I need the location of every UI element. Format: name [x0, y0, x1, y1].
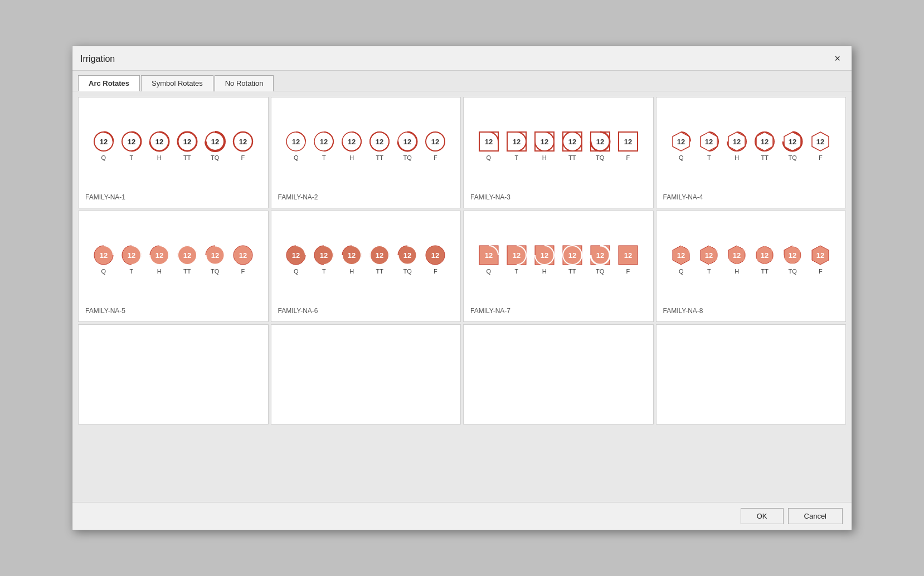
symbol-item: 12 H — [148, 130, 171, 161]
svg-text:12: 12 — [183, 251, 191, 260]
svg-text:12: 12 — [705, 138, 713, 146]
tab-symbol-rotates[interactable]: Symbol Rotates — [141, 75, 213, 91]
svg-text:12: 12 — [100, 251, 108, 260]
svg-text:12: 12 — [403, 138, 411, 146]
cell-family-name: FAMILY-NA-1 — [84, 191, 127, 202]
svg-text:12: 12 — [431, 251, 439, 260]
svg-text:12: 12 — [761, 138, 769, 146]
svg-text:12: 12 — [816, 251, 824, 260]
content-area: 12 Q 12 T 12 H — [72, 91, 852, 502]
svg-text:12: 12 — [541, 138, 548, 146]
symbol-item: 12 Q — [92, 243, 115, 275]
symbol-item: 12 TQ — [203, 243, 227, 275]
symbol-item: 12 F — [616, 243, 640, 275]
svg-text:12: 12 — [100, 138, 108, 146]
symbol-item: 12 H — [725, 130, 748, 161]
symbol-item: 12 TT — [753, 130, 776, 161]
symbol-item: 12 TQ — [396, 130, 419, 161]
symbols-row-5: 12 Q 12 T 12 H 12 TT — [92, 243, 255, 275]
symbol-item: 12 T — [120, 243, 143, 275]
cell-family-name: FAMILY-NA-6 — [277, 305, 319, 316]
svg-text:12: 12 — [677, 138, 685, 146]
symbol-item: 12 TQ — [589, 130, 612, 161]
symbols-row-6: 12 Q 12 T 12 H 12 TT — [284, 243, 447, 275]
symbol-item: 12 H — [148, 243, 171, 275]
symbols-row-1: 12 Q 12 T 12 H — [92, 130, 255, 161]
symbol-item: 12 TT — [753, 243, 776, 275]
symbol-item: 12 TT — [368, 243, 391, 275]
svg-text:12: 12 — [541, 251, 548, 260]
svg-text:12: 12 — [485, 138, 493, 146]
cell-content-5: 12 Q 12 T 12 H 12 TT — [84, 217, 262, 305]
cell-family-name: FAMILY-NA-3 — [469, 191, 512, 202]
symbol-item: 12 Q — [669, 243, 693, 275]
cancel-button[interactable]: Cancel — [788, 508, 843, 524]
family-cell-2[interactable]: 12 Q 12 T 12 H 12 TT — [271, 97, 461, 208]
cell-family-name: FAMILY-NA-7 — [469, 305, 512, 316]
ok-button[interactable]: OK — [741, 508, 784, 524]
symbol-item: 12 Q — [669, 130, 693, 161]
symbols-row-2: 12 Q 12 T 12 H 12 TT — [284, 130, 447, 161]
svg-text:12: 12 — [624, 138, 632, 146]
symbol-item: 12 T — [312, 243, 335, 275]
family-cell-empty-4 — [656, 324, 847, 424]
symbol-item: 12 F — [809, 243, 832, 275]
family-cell-8[interactable]: 12 Q 12 T 12 H 12 TT — [656, 211, 847, 322]
svg-text:12: 12 — [733, 138, 741, 146]
svg-text:12: 12 — [128, 138, 135, 146]
family-cell-5[interactable]: 12 Q 12 T 12 H 12 TT — [78, 211, 269, 322]
symbol-item: 12 T — [697, 130, 721, 161]
symbols-row-3: 12 Q 12 T 12 H 12 TT — [477, 130, 640, 161]
svg-text:12: 12 — [789, 251, 796, 260]
tab-bar: Arc Rotates Symbol Rotates No Rotation — [72, 71, 852, 91]
family-cell-7[interactable]: 12 Q 12 T 12 H 12 TT — [463, 211, 654, 322]
tab-arc-rotates[interactable]: Arc Rotates — [78, 75, 140, 91]
symbol-item: 12 TT — [368, 130, 391, 161]
family-cell-6[interactable]: 12 Q 12 T 12 H 12 TT — [271, 211, 461, 322]
symbol-item: 12 T — [120, 130, 143, 161]
symbol-item: 12 TT — [561, 243, 584, 275]
family-cell-1[interactable]: 12 Q 12 T 12 H — [78, 97, 269, 208]
svg-text:12: 12 — [568, 138, 576, 146]
svg-text:12: 12 — [320, 138, 328, 146]
svg-text:12: 12 — [211, 138, 219, 146]
cell-family-name: FAMILY-NA-5 — [84, 305, 127, 316]
cell-family-name: FAMILY-NA-2 — [277, 191, 319, 202]
tab-no-rotation[interactable]: No Rotation — [215, 75, 274, 91]
symbol-item: 12 TQ — [396, 243, 419, 275]
symbol-item: 12 T — [505, 243, 528, 275]
cell-content-2: 12 Q 12 T 12 H 12 TT — [277, 103, 455, 191]
family-cell-empty-2 — [271, 324, 461, 424]
svg-text:12: 12 — [239, 138, 247, 146]
symbol-item: 12 TT — [176, 243, 199, 275]
symbol-item: 12 Q — [477, 243, 500, 275]
close-button[interactable]: × — [831, 52, 844, 66]
cell-content-6: 12 Q 12 T 12 H 12 TT — [277, 217, 455, 305]
title-bar: Irrigation × — [72, 46, 852, 71]
symbol-item: 12 H — [340, 130, 363, 161]
svg-text:12: 12 — [292, 138, 300, 146]
svg-text:12: 12 — [485, 251, 493, 260]
svg-text:12: 12 — [320, 251, 328, 260]
symbol-item: 12 H — [725, 243, 748, 275]
svg-text:12: 12 — [376, 138, 383, 146]
family-grid: 12 Q 12 T 12 H — [78, 97, 846, 424]
svg-text:12: 12 — [624, 251, 632, 260]
family-cell-empty-3 — [463, 324, 654, 424]
symbol-item: 12 F — [231, 243, 255, 275]
svg-text:12: 12 — [816, 138, 824, 146]
svg-text:12: 12 — [376, 251, 383, 260]
symbol-item: 12 TQ — [781, 130, 804, 161]
symbol-item: 12 H — [533, 243, 556, 275]
cell-content-8: 12 Q 12 T 12 H 12 TT — [662, 217, 840, 305]
cell-family-name: FAMILY-NA-8 — [662, 305, 704, 316]
symbol-item: 12 F — [231, 130, 255, 161]
symbols-row-7: 12 Q 12 T 12 H 12 TT — [477, 243, 640, 275]
family-cell-3[interactable]: 12 Q 12 T 12 H 12 TT — [463, 97, 654, 208]
family-cell-4[interactable]: 12 Q 12 T 12 H 12 TT — [656, 97, 847, 208]
svg-text:12: 12 — [183, 138, 191, 146]
cell-family-name: FAMILY-NA-4 — [662, 191, 704, 202]
symbol-item: 12 T — [312, 130, 335, 161]
svg-text:12: 12 — [705, 251, 713, 260]
svg-text:12: 12 — [733, 251, 741, 260]
